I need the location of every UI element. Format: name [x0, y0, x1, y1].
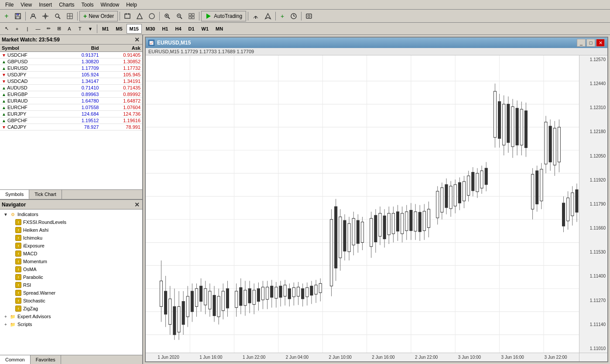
market-table-row[interactable]: ▲ GBPUSD 1.30820 1.30852	[0, 58, 142, 65]
tile-btn[interactable]	[186, 11, 197, 21]
nav-indicator-item[interactable]: f ZigZag	[1, 305, 141, 312]
market-watch-btn[interactable]	[146, 11, 158, 21]
cursor-btn[interactable]: ↖	[2, 24, 11, 34]
nav-indicator-item[interactable]: f MACD	[1, 250, 141, 258]
chart-canvas[interactable]	[146, 55, 579, 353]
price-12: 1.11140	[581, 322, 606, 327]
history-btn[interactable]	[122, 11, 133, 21]
chart-ohlc-info: EURUSD,M15 1.17729 1.17733 1.17689 1.177…	[148, 49, 254, 54]
tf-mn[interactable]: MN	[212, 24, 226, 34]
nav-indicator-item[interactable]: f FXSSI.RoundLevels	[1, 218, 141, 226]
nav-indicator-item[interactable]: f Heiken Ashi	[1, 226, 141, 234]
tf-h1[interactable]: H1	[159, 24, 171, 34]
nav-indicator-item[interactable]: f Momentum	[1, 258, 141, 265]
menu-tools[interactable]: Tools	[78, 1, 97, 9]
nav-indicator-item[interactable]: f iExposure	[1, 242, 141, 250]
zoom-in-btn[interactable]	[161, 11, 173, 21]
chart-maximize-btn[interactable]: □	[586, 39, 595, 47]
nav-indicator-item[interactable]: f RSI	[1, 281, 141, 289]
new-order-button[interactable]: + New Order	[79, 11, 118, 21]
svg-rect-175	[441, 188, 443, 212]
market-table-row[interactable]: ▼ USDCHF 0.91371 0.91405	[0, 52, 142, 58]
market-table-row[interactable]: ▲ EURAUD 1.64780 1.64872	[0, 98, 142, 104]
grid-btn[interactable]: ⊞	[54, 24, 64, 34]
bid-cell: 105.924	[59, 72, 101, 78]
nav-indicator-item[interactable]: f Stochastic	[1, 297, 141, 305]
clock-btn[interactable]	[288, 11, 299, 21]
market-table-row[interactable]: ▲ EURGBP 0.89963 0.89992	[0, 91, 142, 98]
bid-cell: 124.684	[59, 111, 101, 117]
period-sep-btn[interactable]	[64, 11, 75, 21]
tf-m15[interactable]: M15	[127, 24, 142, 34]
chart-minimize-btn[interactable]: _	[577, 39, 586, 47]
menu-help[interactable]: Help	[123, 1, 141, 9]
symbol-cell: ▼ USDCHF	[0, 52, 59, 58]
market-table-row[interactable]: ▲ EURUSD 1.17709 1.17732	[0, 65, 142, 72]
text-btn[interactable]: A	[65, 24, 74, 34]
price-7: 1.11790	[581, 202, 606, 206]
market-table-row[interactable]: ▲ GBPCHF 1.19512 1.19616	[0, 117, 142, 124]
menu-view[interactable]: View	[17, 1, 35, 9]
price-1: 1.12570	[581, 57, 606, 62]
screenshot-btn[interactable]	[303, 11, 315, 21]
col-symbol: Symbol	[0, 45, 59, 52]
nav-indicator-item[interactable]: f Ichimoku	[1, 234, 141, 242]
crosshair-tool-btn[interactable]: +	[12, 24, 22, 34]
symbol-cell: ▲ EURGBP	[0, 91, 59, 98]
signals-btn[interactable]	[250, 11, 261, 21]
direction-arrow-icon: ▲	[2, 105, 6, 110]
market-table-row[interactable]: ▲ EURJPY 124.684 124.736	[0, 111, 142, 117]
market-table-row[interactable]: ▼ USDJPY 105.924 105.945	[0, 72, 142, 78]
tf-m1[interactable]: M1	[99, 24, 112, 34]
magnify-btn[interactable]	[52, 11, 63, 21]
chart-close-btn[interactable]: ✕	[596, 39, 605, 47]
market-table-row[interactable]: ▲ AUDUSD 0.71410 0.71435	[0, 85, 142, 91]
navigator-close[interactable]: ✕	[134, 201, 141, 208]
nav-tab-common[interactable]: Common	[0, 355, 31, 364]
time-labels-container: 1 Jun 2020 1 Jun 16:00 1 Jun 22:00 2 Jun…	[146, 355, 579, 360]
text2-btn[interactable]: T	[75, 24, 85, 34]
svg-rect-111	[284, 285, 286, 296]
chart-info-bar: EURUSD,M15 1.17729 1.17733 1.17689 1.177…	[146, 48, 607, 55]
market-watch-close[interactable]: ✕	[134, 36, 141, 43]
nav-indicator-item[interactable]: f Spread.Warner	[1, 289, 141, 297]
indicators-label: Indicators	[17, 212, 38, 217]
positions-btn[interactable]	[134, 11, 145, 21]
pen-btn[interactable]: ✏	[44, 24, 53, 34]
zoom-out-btn[interactable]	[174, 11, 185, 21]
save-btn[interactable]	[12, 11, 24, 21]
nav-expert-advisors[interactable]: + 📁 Expert Advisors	[1, 312, 141, 320]
account-btn[interactable]	[262, 11, 274, 21]
market-table-row[interactable]: ▼ CADJPY 78.927 78.991	[0, 124, 142, 130]
autotrading-button[interactable]: AutoTrading	[201, 11, 246, 21]
market-table-row[interactable]: ▼ USDCAD 1.34147 1.34191	[0, 78, 142, 85]
menu-file[interactable]: File	[2, 1, 17, 9]
tf-h4[interactable]: H4	[172, 24, 184, 34]
new-chart-btn[interactable]: +	[2, 11, 11, 21]
svg-rect-203	[507, 104, 510, 143]
tf-w1[interactable]: W1	[199, 24, 212, 34]
hline-btn[interactable]: —	[33, 24, 43, 34]
market-table-row[interactable]: ▲ EURCHF 1.07558 1.07604	[0, 104, 142, 111]
nav-indicator-item[interactable]: f Parabolic	[1, 273, 141, 281]
add-indicator-btn[interactable]: +	[278, 11, 287, 21]
menu-window[interactable]: Window	[97, 1, 123, 9]
tf-m30[interactable]: M30	[143, 24, 158, 34]
price-2: 1.12440	[581, 81, 606, 86]
line-btn[interactable]: |	[23, 24, 32, 34]
menu-insert[interactable]: Insert	[35, 1, 55, 9]
profiles-btn[interactable]	[27, 11, 39, 21]
menu-charts[interactable]: Charts	[55, 1, 78, 9]
crosshair-btn[interactable]	[40, 11, 51, 21]
svg-rect-127	[319, 283, 322, 292]
svg-rect-185	[463, 182, 466, 201]
nav-scripts[interactable]: + 📁 Scripts	[1, 320, 141, 328]
nav-indicator-item[interactable]: f OsMA	[1, 265, 141, 273]
tab-tick-chart[interactable]: Tick Chart	[29, 190, 62, 199]
tf-d1[interactable]: D1	[185, 24, 198, 34]
tf-m5[interactable]: M5	[113, 24, 125, 34]
tab-symbols[interactable]: Symbols	[0, 190, 29, 199]
arrow-btn[interactable]: ▼	[86, 24, 95, 34]
nav-tab-favorites[interactable]: Favorites	[31, 355, 61, 364]
nav-indicators-root[interactable]: ▼ ⚙ Indicators	[1, 210, 141, 218]
